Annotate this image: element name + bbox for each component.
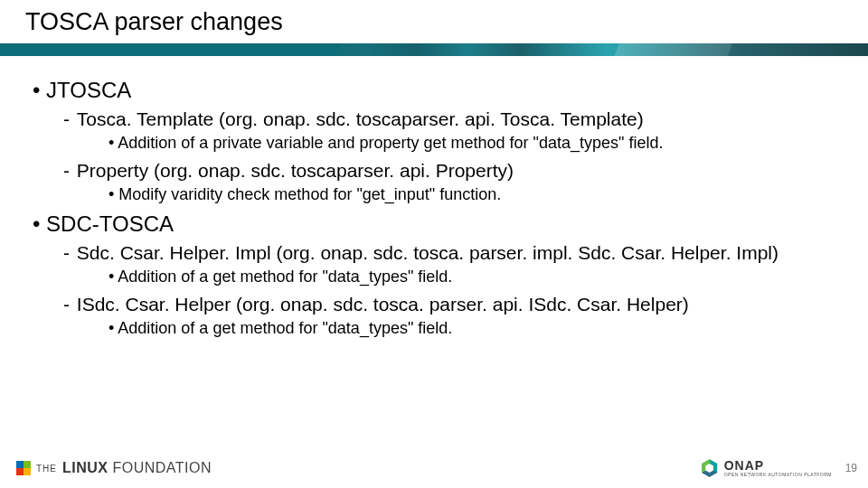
linux-foundation-logo: THE LINUX FOUNDATION bbox=[16, 460, 212, 476]
onap-mark-icon bbox=[701, 459, 719, 477]
lf-foundation: FOUNDATION bbox=[112, 460, 212, 475]
onap-tagline: OPEN NETWORK AUTOMATION PLATFORM bbox=[724, 472, 832, 477]
bullet-sdc-tosca: SDC-TOSCA bbox=[33, 211, 850, 237]
onap-logo: ONAP OPEN NETWORK AUTOMATION PLATFORM bbox=[701, 459, 832, 477]
slide-content: JTOSCA Tosca. Template (org. onap. sdc. … bbox=[0, 56, 868, 338]
onap-name: ONAP bbox=[724, 459, 832, 472]
lf-mark-icon bbox=[16, 461, 31, 475]
bullet-isdc-csar-helper-detail: Addition of a get method for "data_types… bbox=[108, 319, 850, 338]
bullet-tosca-template: Tosca. Template (org. onap. sdc. toscapa… bbox=[63, 108, 850, 130]
footer-right: ONAP OPEN NETWORK AUTOMATION PLATFORM 19 bbox=[701, 459, 857, 477]
lf-the: THE bbox=[36, 464, 57, 474]
slide: TOSCA parser changes JTOSCA Tosca. Templ… bbox=[0, 0, 868, 488]
footer: THE LINUX FOUNDATION ONAP OPEN NETWORK A… bbox=[0, 448, 868, 488]
bullet-tosca-template-detail: Addition of a private variable and prope… bbox=[108, 134, 850, 153]
bullet-sdc-csar-helper-impl-detail: Addition of a get method for "data_types… bbox=[108, 267, 850, 286]
bullet-sdc-csar-helper-impl: Sdc. Csar. Helper. Impl (org. onap. sdc.… bbox=[63, 242, 850, 264]
lf-linux: LINUX bbox=[62, 460, 108, 475]
bullet-jtosca: JTOSCA bbox=[33, 78, 850, 103]
bullet-property: Property (org. onap. sdc. toscaparser. a… bbox=[63, 160, 850, 182]
bullet-property-detail: Modify varidity check method for "get_in… bbox=[108, 185, 850, 204]
page-number: 19 bbox=[841, 462, 857, 474]
title-bar: TOSCA parser changes bbox=[0, 0, 868, 56]
slide-title: TOSCA parser changes bbox=[0, 0, 868, 43]
bullet-isdc-csar-helper: ISdc. Csar. Helper (org. onap. sdc. tosc… bbox=[63, 294, 850, 315]
lf-wordmark: LINUX FOUNDATION bbox=[62, 460, 212, 476]
onap-wordmark: ONAP OPEN NETWORK AUTOMATION PLATFORM bbox=[724, 459, 832, 477]
